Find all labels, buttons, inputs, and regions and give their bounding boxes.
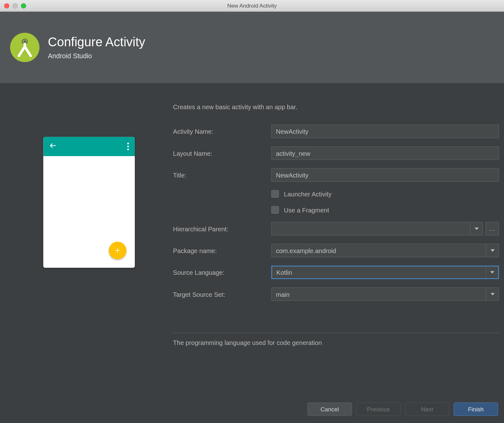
dialog-footer: Cancel Previous Next Finish <box>0 395 504 423</box>
overflow-menu-icon <box>127 143 129 150</box>
titlebar: New Android Activity <box>0 0 504 12</box>
hierarchical-parent-browse-button[interactable]: ... <box>485 222 499 235</box>
preview-column <box>5 103 173 395</box>
target-source-set-value: main <box>272 290 486 298</box>
use-fragment-checkbox[interactable] <box>271 206 279 214</box>
use-fragment-label: Use a Fragment <box>284 206 329 213</box>
preview-appbar <box>43 137 135 156</box>
package-name-combo[interactable]: com.example.android <box>271 244 499 257</box>
help-text: The programming language used for code g… <box>173 339 499 346</box>
form-description: Creates a new basic activity with an app… <box>173 103 499 110</box>
chevron-down-icon <box>485 267 498 278</box>
chevron-down-icon <box>486 288 499 301</box>
android-studio-logo-icon <box>10 33 39 62</box>
source-language-value: Kotlin <box>272 269 485 276</box>
header-banner: Configure Activity Android Studio <box>0 12 504 83</box>
page-subtitle: Android Studio <box>48 53 145 60</box>
target-source-set-label: Target Source Set: <box>173 290 271 298</box>
target-source-set-combo[interactable]: main <box>271 287 499 301</box>
hierarchical-parent-combo[interactable] <box>271 222 483 235</box>
finish-button[interactable]: Finish <box>454 403 498 416</box>
previous-button[interactable]: Previous <box>356 403 401 416</box>
package-name-value: com.example.android <box>272 247 486 254</box>
launcher-activity-checkbox[interactable] <box>271 190 279 198</box>
source-language-label: Source Language: <box>173 269 271 276</box>
page-title: Configure Activity <box>48 35 145 49</box>
fab-icon <box>109 242 126 259</box>
separator <box>173 333 499 333</box>
traffic-lights <box>0 3 26 8</box>
activity-preview <box>43 137 135 268</box>
package-name-label: Package name: <box>173 247 271 254</box>
minimize-window-button <box>13 3 18 8</box>
layout-name-label: Layout Name: <box>173 149 271 157</box>
window-title: New Android Activity <box>0 3 504 9</box>
zoom-window-button[interactable] <box>21 3 26 8</box>
launcher-activity-label: Launcher Activity <box>284 190 331 198</box>
cancel-button[interactable]: Cancel <box>307 403 352 416</box>
next-button[interactable]: Next <box>405 403 449 416</box>
hierarchical-parent-label: Hierarchical Parent: <box>173 225 271 232</box>
dialog-window: New Android Activity Configure Activity … <box>0 0 504 423</box>
form-column: Creates a new basic activity with an app… <box>173 103 499 395</box>
chevron-down-icon <box>470 223 483 235</box>
svg-point-0 <box>24 40 26 43</box>
activity-name-label: Activity Name: <box>173 128 271 135</box>
layout-name-input[interactable] <box>271 146 499 160</box>
chevron-down-icon <box>486 244 499 257</box>
activity-name-input[interactable] <box>271 125 499 138</box>
title-label: Title: <box>173 172 271 179</box>
back-arrow-icon <box>49 142 57 151</box>
title-input[interactable] <box>271 168 499 182</box>
close-window-button[interactable] <box>4 3 9 8</box>
dialog-body: Creates a new basic activity with an app… <box>0 83 504 395</box>
source-language-combo[interactable]: Kotlin <box>271 266 499 279</box>
